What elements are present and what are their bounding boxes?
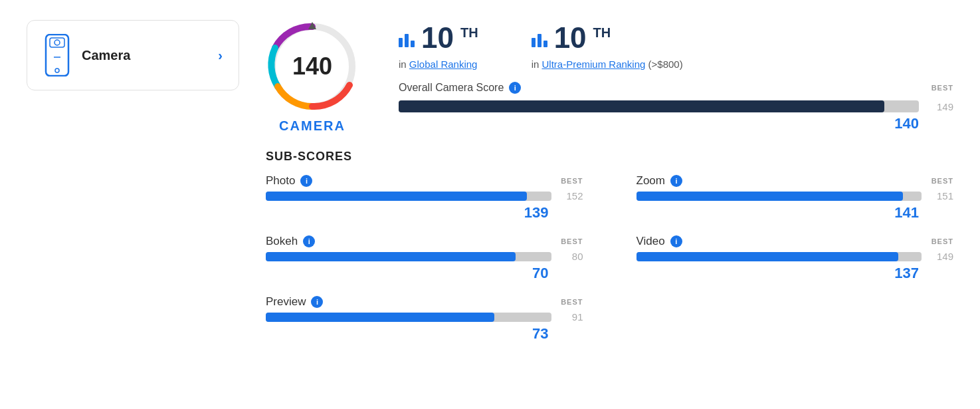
sub-score-item-bokeh: Bokeh i BEST 80 70 (266, 235, 583, 282)
overall-score-info-icon[interactable]: i (509, 82, 521, 94)
sub-score-info-icon-zoom[interactable]: i (670, 175, 682, 187)
sub-score-name-row: Zoom i (637, 174, 682, 188)
sub-score-bar-row: 149 (637, 251, 954, 262)
sub-score-bar-track (637, 252, 922, 261)
global-ranking-link[interactable]: Global Ranking (409, 59, 478, 70)
sub-score-bar-row: 151 (637, 190, 954, 202)
top-section: 140 CAMERA 10TH (266, 20, 953, 134)
sub-scores-title: SUB-SCORES (266, 150, 953, 164)
sub-score-best-value: 152 (557, 190, 583, 202)
global-ranking-block: 10TH in Global Ranking (399, 21, 478, 70)
sub-score-best-value: 151 (927, 190, 953, 202)
sub-score-value: 141 (894, 204, 919, 221)
sub-score-best-label: BEST (561, 298, 583, 306)
sub-score-bar-track (266, 192, 551, 201)
svg-rect-1 (50, 38, 64, 47)
sub-score-name: Preview (266, 295, 306, 309)
sub-scores-grid: Photo i BEST 152 139 Zoom i (266, 174, 953, 342)
sub-score-bar-fill (637, 192, 903, 201)
sub-score-info-icon-preview[interactable]: i (311, 296, 323, 308)
sub-score-header: Video i BEST (637, 235, 954, 248)
sub-score-header: Zoom i BEST (637, 174, 954, 188)
sub-score-name: Video (637, 235, 665, 248)
svg-rect-0 (46, 35, 68, 76)
sub-score-name-row: Bokeh i (266, 235, 315, 248)
camera-card[interactable]: Camera › (27, 20, 239, 90)
sub-score-bar-row: 152 (266, 190, 583, 202)
sub-score-best-col: BEST (931, 237, 953, 245)
sub-scores-section: SUB-SCORES Photo i BEST 152 139 (266, 150, 953, 342)
sub-score-value: 73 (532, 325, 548, 342)
sub-score-best-label: BEST (561, 177, 583, 185)
sub-score-name: Photo (266, 174, 295, 188)
sub-score-bar-track (266, 252, 551, 261)
sub-score-info-icon-bokeh[interactable]: i (303, 235, 315, 247)
premium-ranking-label: in Ultra-Premium Ranking (>$800) (532, 59, 683, 70)
sub-score-header: Photo i BEST (266, 174, 583, 188)
premium-rank-suffix: TH (593, 26, 611, 39)
sub-score-item-zoom: Zoom i BEST 151 141 (637, 174, 954, 221)
premium-ranking-block: 10TH in Ultra-Premium Ranking (>$800) (532, 21, 683, 70)
sub-score-bar-track (266, 313, 551, 322)
sub-score-best-label: BEST (931, 177, 953, 185)
sub-score-best-value: 91 (557, 311, 583, 323)
sub-score-info-icon-photo[interactable]: i (300, 175, 312, 187)
overall-score-bar-container: 149 (399, 100, 953, 112)
main-content: 140 CAMERA 10TH (266, 20, 953, 342)
sub-score-name: Bokeh (266, 235, 298, 248)
sub-score-bar-fill (266, 313, 494, 322)
sub-score-bar-fill (266, 192, 527, 201)
global-rank-number: 10 (421, 21, 454, 55)
premium-ranking-link[interactable]: Ultra-Premium Ranking (541, 59, 645, 70)
sub-score-best-value: 80 (557, 251, 583, 262)
score-number: 140 (292, 53, 332, 80)
sub-score-best-label: BEST (931, 237, 953, 245)
score-circle-container: 140 CAMERA (266, 20, 359, 134)
sub-score-best-col: BEST (561, 298, 583, 306)
sub-score-header: Bokeh i BEST (266, 235, 583, 248)
sub-score-value: 139 (524, 204, 549, 221)
overall-best-value: 149 (927, 101, 953, 112)
sub-score-best-col: BEST (561, 177, 583, 185)
overall-score-value: 140 (894, 115, 919, 132)
overall-score-label: Overall Camera Score (399, 82, 504, 94)
sub-score-bar-row: 80 (266, 251, 583, 262)
camera-phone-icon (43, 34, 71, 76)
camera-card-label: Camera (82, 48, 207, 63)
overall-score-bar-fill (399, 100, 884, 112)
sub-score-name-row: Photo i (266, 174, 312, 188)
sub-score-bar-track (637, 192, 922, 201)
svg-point-3 (55, 68, 59, 72)
sub-score-item-photo: Photo i BEST 152 139 (266, 174, 583, 221)
sub-score-best-value: 149 (927, 251, 953, 262)
sub-score-bar-fill (637, 252, 899, 261)
chevron-right-icon: › (218, 48, 223, 63)
sub-score-best-col: BEST (931, 177, 953, 185)
bar-chart-icon (399, 29, 415, 47)
global-rank-suffix: TH (460, 26, 478, 39)
global-ranking-label: in Global Ranking (399, 59, 478, 70)
sub-score-info-icon-video[interactable]: i (670, 235, 682, 247)
sub-score-name-row: Preview i (266, 295, 323, 309)
score-circle: 140 (266, 20, 359, 113)
sub-score-name: Zoom (637, 174, 665, 188)
sub-score-item-preview: Preview i BEST 91 73 (266, 295, 583, 342)
sub-score-best-label: BEST (561, 237, 583, 245)
score-category-label: CAMERA (279, 118, 345, 134)
svg-point-2 (54, 40, 60, 45)
sub-score-item-video: Video i BEST 149 137 (637, 235, 954, 282)
sub-score-bar-fill (266, 252, 516, 261)
sub-score-header: Preview i BEST (266, 295, 583, 309)
overall-score-bar-track (399, 100, 919, 112)
sub-score-value: 70 (532, 265, 548, 281)
premium-rank-number: 10 (554, 21, 587, 55)
premium-ranking-extra: (>$800) (648, 59, 683, 70)
sub-score-name-row: Video i (637, 235, 682, 248)
sub-score-value: 137 (894, 265, 919, 281)
sub-score-bar-row: 91 (266, 311, 583, 323)
overall-score-section: Overall Camera Score i BEST 149 140 (399, 82, 953, 132)
bar-chart-icon-2 (532, 29, 547, 47)
overall-best-label: BEST (927, 84, 953, 92)
sub-score-best-col: BEST (561, 237, 583, 245)
